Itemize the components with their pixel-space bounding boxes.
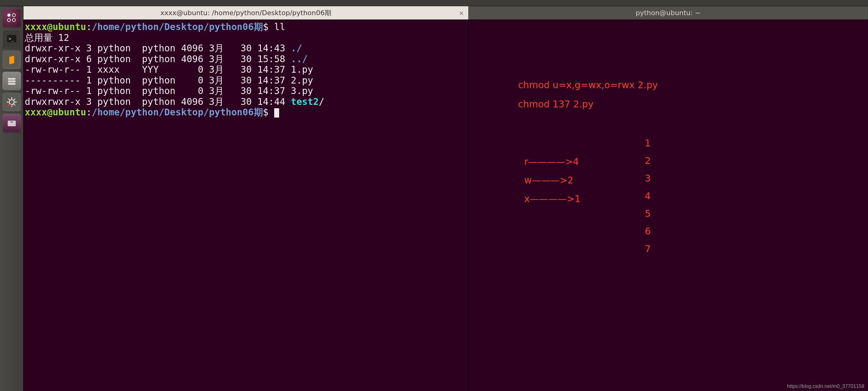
annotation-chmod-octal: chmod 137 2.py (518, 98, 593, 111)
svg-rect-6 (8, 78, 16, 80)
terminal-cursor (274, 108, 279, 118)
terminal-right[interactable]: chmod u=x,g=wx,o=rwx 2.py chmod 137 2.py… (469, 20, 868, 391)
tab-title: python@ubuntu: ~ (636, 9, 701, 17)
svg-point-1 (12, 13, 16, 17)
svg-point-0 (7, 13, 10, 17)
annotation-number-list: 1 2 3 4 5 6 7 (645, 134, 651, 258)
terminal-panes: xxxx@ubuntu:/home/python/Desktop/python0… (24, 20, 868, 391)
annotation-perm-w: w———>2 (524, 174, 574, 187)
dash-icon[interactable] (2, 9, 21, 27)
files-icon[interactable] (2, 72, 21, 90)
svg-rect-7 (8, 81, 16, 82)
terminal-icon[interactable]: >_ (2, 30, 21, 48)
tab-title: xxxx@ubuntu: /home/python/Desktop/python… (160, 8, 332, 18)
settings-icon[interactable] (2, 93, 21, 111)
svg-rect-11 (10, 122, 13, 122)
annotation-perm-x: x————>1 (524, 192, 581, 205)
svg-point-9 (9, 100, 14, 104)
tab-terminal-1[interactable]: xxxx@ubuntu: /home/python/Desktop/python… (24, 6, 469, 20)
sublime-icon[interactable] (2, 51, 21, 69)
annotation-perm-r: r————>4 (524, 155, 579, 168)
window-titlebar (0, 0, 868, 6)
svg-rect-10 (8, 121, 16, 126)
drawer-icon[interactable] (2, 114, 21, 132)
svg-text:>_: >_ (9, 36, 14, 41)
svg-rect-8 (8, 83, 16, 85)
close-icon[interactable]: × (459, 9, 464, 17)
terminal-left[interactable]: xxxx@ubuntu:/home/python/Desktop/python0… (24, 20, 469, 391)
unity-launcher: >_ (0, 6, 24, 391)
annotation-chmod-symbolic: chmod u=x,g=wx,o=rwx 2.py (518, 79, 658, 92)
svg-point-2 (7, 19, 10, 22)
svg-point-3 (12, 19, 16, 22)
tab-terminal-2[interactable]: python@ubuntu: ~ (469, 6, 868, 20)
terminal-tabbar: xxxx@ubuntu: /home/python/Desktop/python… (24, 6, 868, 20)
watermark-text: https://blog.csdn.net/m0_37701158 (787, 384, 864, 389)
